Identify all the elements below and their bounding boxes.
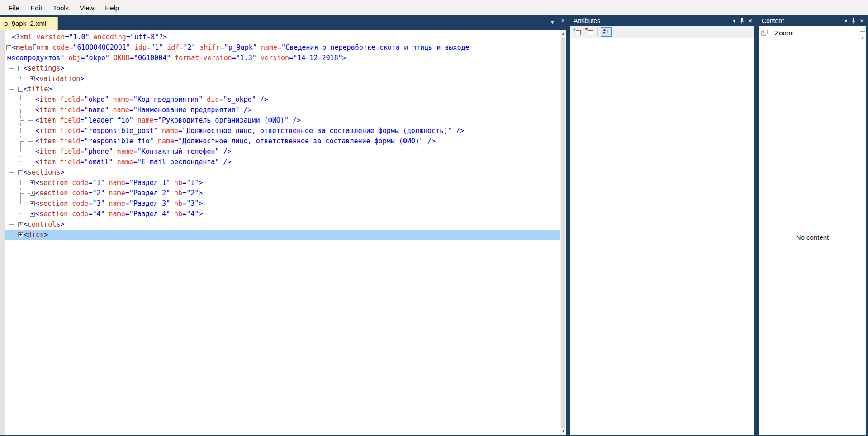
zoom-spin-bar [860,31,865,32]
tab-close-icon[interactable]: × [561,17,565,25]
xml-tree-row[interactable]: +<dics> [0,230,560,240]
xml-code-line: мясопродуктов" obj="okpo" OKUD="0610004"… [7,53,346,63]
collapse-toggle-icon[interactable]: − [18,87,23,92]
sort-az-icon[interactable]: A Z ↓ [601,27,612,37]
xml-tree-row[interactable]: +<section code="3" name="Раздел 3" nb="3… [0,199,560,209]
tab-list-chevron-down-icon[interactable]: ▾ [551,19,554,25]
add-attribute-plus: + [573,26,576,33]
xml-tree-row[interactable]: +<controls> [0,219,560,230]
xml-code-line: <item field="phone" name="Контактный тел… [35,147,232,157]
xml-tree-row[interactable]: <item field="okpo" name="Код предприятия… [0,95,560,105]
xml-tree-view: <?xml version="1.0" encoding="utf-8"?>−<… [0,30,566,435]
attributes-panel-title: Attributes [574,17,600,24]
zoom-label: Zoom: [775,29,794,37]
pin-icon[interactable] [740,18,744,24]
menu-bar: FileEditToolsViewHelp [0,0,868,15]
attributes-toolbar: + * A Z ↓ [570,26,754,38]
xml-tree-row[interactable]: <item field="phone" name="Контактный тел… [0,147,560,157]
expand-toggle-icon[interactable]: + [30,180,35,185]
xml-tree-row[interactable]: +<validation> [0,74,560,84]
tab-strip: p_9apk_2.xml ▾ × [0,15,566,30]
content-zoom-row: Zoom: ▾ [759,26,866,39]
xml-code-line: <section code="4" name="Раздел 4" nb="4"… [35,209,203,219]
xml-code-line: <sections> [24,167,64,178]
add-attribute-box [576,30,581,35]
xml-tree-row[interactable]: +<section code="4" name="Раздел 4" nb="4… [0,209,560,219]
menu-file[interactable]: File [3,4,25,12]
xml-tree-row[interactable]: −<title> [0,84,560,95]
scrollbar-thumb[interactable] [561,38,565,428]
zoom-spin-down-icon: ▾ [862,36,864,40]
content-panel-title: Content [762,17,784,24]
xml-tree-row[interactable]: <?xml version="1.0" encoding="utf-8"?> [0,32,560,43]
xml-tree-row[interactable]: <item field="email" name="E-mail респонд… [0,157,560,167]
attributes-panel: Attributes ▾ × + * A Z ↓ [570,16,754,435]
xml-code-line: <section code="3" name="Раздел 3" nb="3"… [35,199,203,209]
delete-attribute-box [588,30,593,35]
app-window: FileEditToolsViewHelp p_9apk_2.xml ▾ × <… [0,0,868,436]
content-panel-titlebar: Content ▾ × [759,16,866,26]
expand-toggle-icon[interactable]: + [18,222,23,227]
xml-code-line: <settings> [24,63,64,74]
chevron-down-icon[interactable]: ▾ [844,18,847,24]
xml-code-line: <validation> [35,74,84,84]
menu-help[interactable]: Help [100,4,124,12]
close-icon[interactable]: × [860,18,864,24]
menu-tools[interactable]: Tools [47,4,74,12]
attributes-panel-titlebar: Attributes ▾ × [570,16,754,26]
toolbar-separator [597,28,598,36]
xml-tree-row[interactable]: −<sections> [0,167,560,178]
no-content-text: No content [796,233,829,241]
xml-tree-row[interactable]: <item field="responsible_fio" name="Долж… [0,136,560,147]
copy-icon[interactable] [761,29,768,36]
scroll-up-icon[interactable]: ▲ [560,30,566,38]
xml-code-line: <item field="leader_fio" name="Руководит… [35,115,301,126]
xml-code-line: <item field="responsible_fio" name="Долж… [35,136,436,147]
sort-arrow-glyph: ↓ [606,29,609,34]
xml-code-line: <item field="email" name="E-mail респонд… [35,157,232,167]
content-panel: Content ▾ × Zoom: ▾ No content [759,16,866,435]
xml-tree-row[interactable]: <item field="leader_fio" name="Руководит… [0,115,560,126]
content-panel-body: No content [759,39,866,435]
xml-tree-row[interactable]: мясопродуктов" obj="okpo" OKUD="0610004"… [0,53,560,63]
expand-toggle-icon[interactable]: + [30,212,35,217]
vertical-scrollbar[interactable]: ▲ ▼ [560,30,566,435]
zoom-separator [771,27,771,38]
xml-tree-row[interactable]: <item field="responsible_post" name="Дол… [0,126,560,136]
menu-view[interactable]: View [74,4,100,12]
collapse-toggle-icon[interactable]: − [6,45,11,50]
xml-tree-row[interactable]: +<section code="2" name="Раздел 2" nb="2… [0,188,560,199]
xml-code-line: <item field="name" name="Наименование пр… [35,105,252,115]
close-icon[interactable]: × [748,18,752,24]
xml-tree-row[interactable]: −<metaForm code="610004002001" idp="1" i… [0,43,560,53]
scroll-down-icon[interactable]: ▼ [560,428,566,435]
add-attribute-icon[interactable]: + [573,27,582,36]
xml-code-line: <item field="responsible_post" name="Дол… [35,126,464,136]
xml-code-line: <title> [24,84,52,95]
expand-toggle-icon[interactable]: + [30,76,35,81]
expand-toggle-icon[interactable]: + [18,232,23,237]
xml-tree-rows: <?xml version="1.0" encoding="utf-8"?>−<… [0,32,560,240]
xml-tree-row[interactable]: <item field="name" name="Наименование пр… [0,105,560,115]
sort-z-glyph: Z [603,32,606,35]
tab-p9apk2xml[interactable]: p_9apk_2.xml [0,17,58,30]
xml-tree-row[interactable]: −<settings> [0,63,560,74]
collapse-toggle-icon[interactable]: − [18,170,23,175]
pin-icon[interactable] [851,18,856,24]
chevron-down-icon[interactable]: ▾ [733,18,735,24]
xml-code-line: <item field="okpo" name="Код предприятия… [35,95,268,105]
expand-toggle-icon[interactable]: + [30,201,35,206]
delete-attribute-icon[interactable]: * [585,27,594,36]
xml-code-line: <section code="1" name="Раздел 1" nb="1"… [35,178,203,188]
xml-code-line: <metaForm code="610004002001" idp="1" id… [12,43,469,53]
menu-edit[interactable]: Edit [25,4,47,12]
xml-code-line: <?xml version="1.0" encoding="utf-8"?> [12,32,167,43]
xml-code-line: <controls> [24,219,64,230]
xml-code-line: <section code="2" name="Раздел 2" nb="2"… [35,188,203,199]
delete-attribute-glyph: * [585,26,588,35]
collapse-toggle-icon[interactable]: − [18,66,23,71]
xml-tree-row[interactable]: +<section code="1" name="Раздел 1" nb="1… [0,178,560,188]
expand-toggle-icon[interactable]: + [30,191,35,196]
xml-code-line: <dics> [24,230,48,240]
zoom-spinner[interactable]: ▾ [860,31,865,41]
